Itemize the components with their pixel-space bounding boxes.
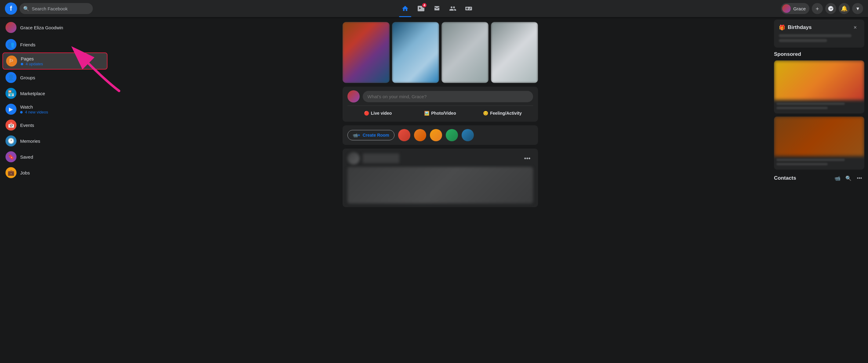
sidebar-item-groups[interactable]: 👤 Groups: [2, 70, 107, 86]
sidebar-groups-label: Groups: [20, 75, 104, 80]
create-room-button[interactable]: 📹+ Create Room: [347, 130, 395, 140]
stories-row: [343, 22, 538, 83]
post-options-button[interactable]: •••: [522, 154, 533, 163]
sidebar-item-watch[interactable]: ▶ Watch 4 new videos: [2, 101, 107, 117]
live-video-button[interactable]: 🔴 Live video: [347, 108, 408, 118]
composer-input[interactable]: [363, 91, 533, 102]
search-input[interactable]: [32, 6, 89, 11]
sponsored-text-2: [776, 107, 828, 109]
story-card-1[interactable]: [343, 22, 390, 83]
story-card-2[interactable]: [392, 22, 439, 83]
sidebar-item-memories[interactable]: 🕐 Memories: [2, 133, 107, 149]
messenger-button[interactable]: [825, 3, 836, 14]
post-thumbnail: [347, 167, 533, 203]
photo-icon: 🖼️: [424, 111, 429, 116]
left-sidebar: Grace Eliza Goodwin 👥 Friends 🏳 Pages 4 …: [0, 17, 110, 363]
story-card-3[interactable]: [441, 22, 489, 83]
user-menu-button[interactable]: Grace: [781, 3, 809, 14]
room-contact-2[interactable]: [414, 129, 426, 141]
room-contact-5[interactable]: [462, 129, 474, 141]
sponsored-item-2[interactable]: [774, 117, 864, 170]
nav-marketplace-button[interactable]: [430, 1, 444, 16]
sidebar-item-saved[interactable]: 🔖 Saved: [2, 149, 107, 165]
birthday-content-line-2: [779, 39, 827, 42]
sponsored-text-3: [776, 159, 845, 161]
nav-center: 4: [93, 1, 781, 16]
top-navigation: f 🔍 4 Grace ＋ 🔔 ▾: [0, 0, 868, 17]
sidebar-watch-subtitle: 4 new videos: [20, 110, 104, 114]
create-room-icon: 📹+: [353, 133, 360, 138]
expand-button[interactable]: ▾: [852, 3, 863, 14]
birthdays-widget: 🎁 Birthdays ×: [774, 20, 864, 47]
sidebar-user-avatar: [5, 22, 17, 33]
groups-icon: 👤: [5, 72, 17, 83]
search-bar[interactable]: 🔍: [20, 3, 93, 14]
search-contacts-button[interactable]: 🔍: [844, 173, 854, 183]
feeling-label: Feeling/Activity: [490, 111, 522, 116]
composer-avatar: [347, 90, 360, 102]
right-panel: 🎁 Birthdays × Sponsored: [770, 17, 868, 363]
nav-gaming-button[interactable]: [461, 1, 476, 16]
room-contact-1[interactable]: [398, 129, 410, 141]
room-contact-4[interactable]: [446, 129, 458, 141]
sponsored-text-4: [776, 163, 828, 165]
live-icon: 🔴: [364, 111, 369, 116]
nav-right-section: Grace ＋ 🔔 ▾: [781, 3, 863, 14]
birthday-icon: 🎁: [779, 24, 785, 31]
birthdays-close-button[interactable]: ×: [851, 23, 860, 32]
sidebar-user-profile[interactable]: Grace Eliza Goodwin: [2, 20, 107, 35]
sponsored-image-2: [774, 117, 864, 156]
watch-icon: ▶: [5, 104, 17, 115]
contacts-title: Contacts: [774, 175, 796, 181]
sidebar-user-name: Grace Eliza Goodwin: [20, 25, 63, 30]
nav-groups-button[interactable]: [445, 1, 460, 16]
memories-icon: 🕐: [5, 135, 17, 146]
search-icon: 🔍: [23, 6, 29, 11]
rooms-bar: 📹+ Create Room: [343, 125, 538, 145]
photo-label: Photo/Video: [431, 111, 456, 116]
add-button[interactable]: ＋: [812, 3, 823, 14]
sidebar-item-events[interactable]: 📅 Events: [2, 117, 107, 133]
friends-icon: 👥: [5, 39, 17, 50]
photo-video-button[interactable]: 🖼️ Photo/Video: [410, 108, 471, 118]
events-icon: 📅: [5, 120, 17, 131]
pages-dot: [21, 63, 23, 65]
post-card-1: •••: [343, 148, 538, 207]
marketplace-icon: 🏪: [5, 88, 17, 99]
notifications-button[interactable]: 🔔: [839, 3, 850, 14]
sidebar-memories-label: Memories: [20, 138, 104, 144]
contacts-section: Contacts 📹 🔍 •••: [774, 173, 864, 183]
birthday-content-line-1: [779, 34, 851, 37]
sidebar-friends-label: Friends: [20, 42, 104, 47]
sponsored-image-1: [774, 60, 864, 100]
sidebar-item-friends[interactable]: 👥 Friends: [2, 37, 107, 53]
birthdays-title-text: Birthdays: [788, 24, 811, 31]
sidebar-item-pages[interactable]: 🏳 Pages 4 updates: [2, 53, 107, 70]
sidebar-pages-label: Pages: [21, 56, 104, 61]
user-avatar: [782, 4, 791, 13]
main-feed: 🔴 Live video 🖼️ Photo/Video 😊 Feeling/Ac…: [110, 17, 770, 363]
facebook-logo[interactable]: f: [5, 2, 17, 14]
sidebar-marketplace-label: Marketplace: [20, 91, 104, 96]
room-contact-3[interactable]: [430, 129, 442, 141]
feeling-activity-button[interactable]: 😊 Feeling/Activity: [472, 108, 533, 118]
post-author-avatar: [347, 152, 360, 164]
nav-video-button[interactable]: 4: [414, 1, 428, 16]
pages-icon: 🏳: [6, 56, 17, 66]
contacts-more-button[interactable]: •••: [855, 173, 864, 183]
create-room-label: Create Room: [363, 133, 389, 138]
new-video-call-button[interactable]: 📹: [833, 173, 842, 183]
sidebar-item-marketplace[interactable]: 🏪 Marketplace: [2, 86, 107, 101]
feeling-icon: 😊: [483, 111, 488, 116]
live-label: Live video: [371, 111, 392, 116]
main-layout: Grace Eliza Goodwin 👥 Friends 🏳 Pages 4 …: [0, 0, 868, 363]
saved-icon: 🔖: [5, 151, 17, 162]
post-author-name: [363, 154, 399, 163]
watch-dot: [20, 111, 23, 113]
sponsored-item-1[interactable]: [774, 60, 864, 113]
story-card-4[interactable]: [491, 22, 538, 83]
nav-home-button[interactable]: [398, 1, 412, 16]
sidebar-jobs-label: Jobs: [20, 170, 104, 175]
sidebar-item-jobs[interactable]: 💼 Jobs: [2, 165, 107, 180]
sidebar-pages-subtitle: 4 updates: [21, 62, 104, 66]
